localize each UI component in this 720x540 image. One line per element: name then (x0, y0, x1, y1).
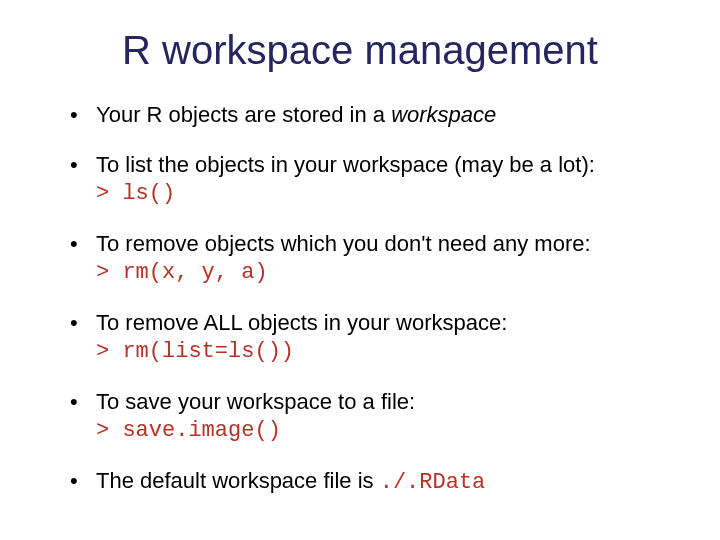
slide: { "title": "R workspace management", "bu… (0, 0, 720, 540)
list-item: The default workspace file is ./.RData (70, 467, 680, 497)
bullet-text: The default workspace file is (96, 468, 380, 493)
list-item: To list the objects in your workspace (m… (70, 151, 680, 208)
list-item: To remove ALL objects in your workspace:… (70, 309, 680, 366)
code-line: > save.image() (96, 418, 281, 443)
code-inline: ./.RData (380, 470, 486, 495)
bullet-text: To list the objects in your workspace (m… (96, 152, 595, 177)
bullet-list: Your R objects are stored in a workspace… (40, 101, 680, 496)
list-item: To remove objects which you don't need a… (70, 230, 680, 287)
list-item: Your R objects are stored in a workspace (70, 101, 680, 129)
bullet-text: To remove objects which you don't need a… (96, 231, 591, 256)
page-title: R workspace management (40, 28, 680, 73)
bullet-text: To save your workspace to a file: (96, 389, 415, 414)
list-item: To save your workspace to a file: > save… (70, 388, 680, 445)
code-line: > rm(list=ls()) (96, 339, 294, 364)
code-line: > ls() (96, 181, 175, 206)
bullet-emphasis: workspace (391, 102, 496, 127)
code-line: > rm(x, y, a) (96, 260, 268, 285)
bullet-text: Your R objects are stored in a (96, 102, 391, 127)
bullet-text: To remove ALL objects in your workspace: (96, 310, 507, 335)
